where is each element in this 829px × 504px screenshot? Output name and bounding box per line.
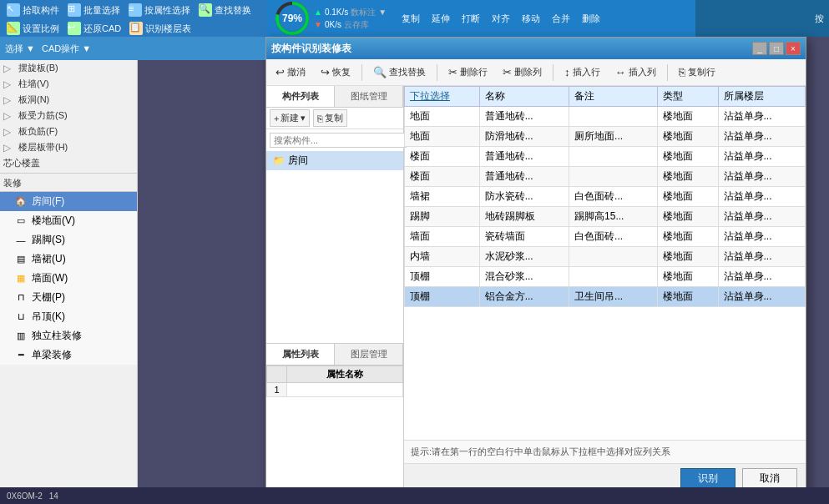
table-cell: 沾益单身...	[718, 267, 805, 287]
header-floor[interactable]: 所属楼层	[718, 87, 805, 107]
extend-button[interactable]: 延伸	[428, 11, 453, 27]
copy-row-button[interactable]: ⎘ 复制行	[675, 63, 720, 81]
set-scale-button[interactable]: 📐 设置比例	[3, 20, 63, 37]
sidebar-item-decor[interactable]: 装修	[0, 175, 137, 191]
delete-button[interactable]: 删除	[579, 11, 604, 27]
modal-hint: 提示:请在第一行的空白行中单击鼠标从下拉框中选择对应列关系	[404, 440, 806, 463]
cad-ops-dropdown[interactable]: CAD操作 ▼	[42, 43, 91, 55]
restore-cad-button[interactable]: ↩ 还原CAD	[64, 20, 124, 37]
sidebar-dado[interactable]: ▤ 墙裙(U)	[0, 249, 137, 269]
header-dropdown[interactable]: 下拉选择	[405, 87, 480, 107]
table-row[interactable]: 楼面普通地砖...楼地面沾益单身...	[405, 147, 806, 167]
delete-row-icon: ✂	[448, 66, 457, 78]
sidebar-independent[interactable]: ▥ 独立柱装修	[0, 326, 137, 345]
modal-title: 按构件识别装修表	[271, 42, 351, 56]
delete-col-icon: ✂	[503, 66, 512, 78]
sidebar-room[interactable]: 🏠 房间(F)	[0, 192, 137, 211]
layer-icon: 📋	[129, 22, 143, 35]
tab-attr-list[interactable]: 属性列表	[266, 344, 335, 365]
sidebar-wall[interactable]: ▦ 墙面(W)	[0, 269, 137, 288]
table-cell: 防滑地砖...	[479, 127, 569, 147]
find-replace-button[interactable]: 🔍 查找替换	[195, 2, 255, 18]
redo-button[interactable]: ↪ 恢复	[316, 63, 355, 81]
modal-window-controls: _ □ ×	[752, 42, 801, 55]
toolbar-divider4	[667, 64, 668, 81]
table-row[interactable]: 踢脚地砖踢脚板踢脚高15...楼地面沾益单身...	[405, 207, 806, 227]
table-row[interactable]: 地面普通地砖...楼地面沾益单身...	[405, 107, 806, 127]
table-cell: 楼面	[405, 167, 480, 187]
table-cell: 顶棚	[405, 287, 480, 307]
tab-layer-management[interactable]: 图层管理	[335, 344, 403, 365]
copy-mid-button[interactable]: 复制	[398, 11, 423, 27]
table-row[interactable]: 墙裙防水瓷砖...白色面砖...楼地面沾益单身...	[405, 187, 806, 207]
select-dropdown[interactable]: 选择 ▼	[5, 43, 35, 55]
data-table-container[interactable]: 下拉选择 名称 备注 类型 所属楼层 地面普通地砖...楼地面沾益单身...地面…	[404, 86, 806, 440]
table-row[interactable]: 顶棚铝合金方...卫生间吊...楼地面沾益单身...	[405, 287, 806, 307]
table-row[interactable]: 墙面瓷砖墙面白色面砖...楼地面沾益单身...	[405, 227, 806, 247]
insert-row-button[interactable]: ↕ 插入行	[560, 63, 604, 81]
tab-component-list[interactable]: 构件列表	[266, 86, 335, 107]
tree-node-room[interactable]: 📁 房间	[266, 151, 403, 170]
table-row[interactable]: 楼面普通地砖...楼地面沾益单身...	[405, 167, 806, 187]
sidebar-bottom-tree: 🏠 房间(F) ▭ 楼地面(V) — 踢脚(S) ▤ 墙裙(U) ▦ 墙面(W)…	[0, 191, 137, 365]
insert-col-button[interactable]: ↔ 插入列	[611, 63, 660, 81]
copy-component-button[interactable]: ⎘ 复制	[313, 109, 347, 127]
new-component-button[interactable]: + 新建 ▾	[270, 109, 310, 127]
delete-row-button[interactable]: ✂ 删除行	[444, 63, 492, 81]
merge-button[interactable]: 合并	[548, 11, 574, 27]
panel-toolbar: + 新建 ▾ ⎘ 复制	[266, 108, 403, 129]
upper-tree: ▷ 摆旋板(B) ▷ 柱墙(V) ▷ 板洞(N) ▷ 板受力筋(S) ▷ 板负筋…	[0, 60, 137, 191]
toolbar2: 选择 ▼ CAD操作 ▼	[0, 37, 265, 60]
table-cell: 卫生间吊...	[569, 287, 658, 307]
modal-content: 构件列表 图纸管理 + 新建 ▾ ⎘ 复制 📁 房间	[266, 86, 806, 493]
recog-layer-button[interactable]: 📋 识别楼层表	[126, 20, 195, 37]
sidebar-item-column[interactable]: ▷ 柱墙(V)	[0, 76, 137, 92]
sidebar-floor[interactable]: ▭ 楼地面(V)	[0, 211, 137, 230]
sidebar-suspended[interactable]: ⊔ 吊顶(K)	[0, 307, 137, 326]
status-value: 14	[49, 491, 58, 501]
batch-select-button[interactable]: ⊞ 批量选择	[64, 2, 124, 18]
modal-close-button[interactable]: ×	[786, 42, 801, 55]
delete-col-button[interactable]: ✂ 删除列	[498, 63, 546, 81]
house-icon: 🏠	[13, 196, 28, 208]
search-input[interactable]	[270, 133, 407, 148]
attr-num-header	[267, 366, 287, 383]
header-type[interactable]: 类型	[658, 87, 718, 107]
pick-button[interactable]: ↖ 拾取构件	[3, 2, 63, 18]
undo-button[interactable]: ↩ 撤消	[271, 63, 310, 81]
attr-select-button[interactable]: ≡ 按属性选择	[125, 2, 194, 18]
press-button[interactable]: 按	[811, 11, 827, 27]
copy-row-icon: ⎘	[679, 66, 685, 78]
sidebar-item-slab[interactable]: ▷ 板洞(N)	[0, 92, 137, 108]
skirting-icon: —	[13, 234, 28, 246]
modal-find-replace-button[interactable]: 🔍 查找替换	[369, 63, 430, 81]
move-button[interactable]: 移动	[518, 11, 543, 27]
table-row[interactable]: 顶棚混合砂浆...楼地面沾益单身...	[405, 267, 806, 287]
tab-drawing-management[interactable]: 图纸管理	[335, 86, 403, 107]
status-coords: 0X6OM-2	[7, 491, 43, 501]
trim-button[interactable]: 打断	[458, 11, 483, 27]
cancel-button[interactable]: 取消	[742, 468, 797, 490]
modal-minimize-button[interactable]: _	[752, 42, 767, 55]
header-name[interactable]: 名称	[479, 87, 569, 107]
modal-maximize-button[interactable]: □	[769, 42, 784, 55]
scale-icon: 📐	[7, 22, 20, 35]
restore-icon: ↩	[68, 22, 81, 35]
table-row[interactable]: 内墙水泥砂浆...楼地面沾益单身...	[405, 247, 806, 267]
sidebar-item-slabrebar[interactable]: ▷ 板受力筋(S)	[0, 108, 137, 123]
sidebar-beam[interactable]: ━ 单梁装修	[0, 345, 137, 365]
align-button[interactable]: 对齐	[488, 11, 513, 27]
recognize-button[interactable]: 识别	[680, 468, 735, 490]
sidebar-item-slabneg[interactable]: ▷ 板负筋(F)	[0, 123, 137, 139]
sidebar-item-core[interactable]: 芯心楼盖	[0, 155, 137, 171]
sidebar-item-spindle[interactable]: ▷ 摆旋板(B)	[0, 60, 137, 76]
table-row[interactable]: 地面防滑地砖...厕所地面...楼地面沾益单身...	[405, 127, 806, 147]
sidebar-ceiling[interactable]: ⊓ 天棚(P)	[0, 288, 137, 307]
header-note[interactable]: 备注	[569, 87, 658, 107]
sidebar-skirting[interactable]: — 踢脚(S)	[0, 230, 137, 249]
tree-folder-icon: 📁	[273, 155, 285, 166]
sidebar-item-floorband[interactable]: ▷ 楼层板带(H)	[0, 139, 137, 155]
table-cell	[569, 167, 658, 187]
wall-icon: ▦	[13, 273, 28, 285]
table-cell: 楼地面	[658, 247, 718, 267]
